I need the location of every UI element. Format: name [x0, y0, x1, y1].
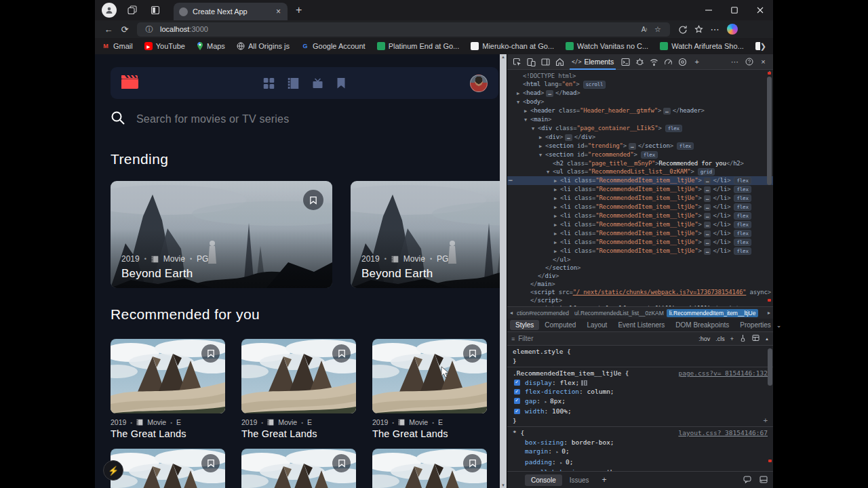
- recommended-card[interactable]: [372, 449, 487, 488]
- back-icon[interactable]: ←: [100, 22, 117, 37]
- console-tab-console[interactable]: Console: [525, 474, 562, 486]
- tab-application-icon[interactable]: [675, 54, 690, 69]
- styles-filter-input[interactable]: Filter: [518, 335, 693, 342]
- nav-movies-icon[interactable]: [288, 78, 299, 89]
- dom-tree-node[interactable]: <div>…</div>: [507, 133, 773, 142]
- rule-source-link[interactable]: layout.css?_38154146:67: [673, 428, 768, 438]
- browser-tab[interactable]: Create Next App ×: [174, 3, 288, 20]
- dom-tree-node[interactable]: <li class="RecommendedItem_item__ltjUe">…: [507, 211, 773, 220]
- bookmark-item[interactable]: MGmail: [102, 42, 133, 50]
- read-aloud-icon[interactable]: A): [637, 22, 651, 37]
- property-checkbox[interactable]: ✓: [514, 398, 520, 404]
- minimize-button[interactable]: [696, 0, 722, 20]
- profile-avatar-icon[interactable]: [100, 1, 118, 19]
- devtools-close-icon[interactable]: ×: [756, 54, 770, 69]
- dom-tree-node[interactable]: </div>: [507, 272, 773, 280]
- dom-tree-node[interactable]: <script src="/_next/static/chunks/webpac…: [507, 288, 773, 296]
- new-rule-icon[interactable]: +: [763, 416, 768, 426]
- dom-tree-node[interactable]: <html lang="en">scroll: [507, 80, 773, 89]
- bookmark-item[interactable]: Maps: [197, 42, 225, 50]
- property-checkbox[interactable]: ✓: [514, 409, 520, 415]
- layout-badge[interactable]: flex: [734, 221, 751, 229]
- devtools-more-icon[interactable]: ⋯: [728, 54, 742, 69]
- layout-badge[interactable]: flex: [734, 186, 751, 194]
- bookmark-button[interactable]: [332, 454, 351, 472]
- layout-badge[interactable]: flex: [734, 177, 751, 185]
- css-property[interactable]: ✓gap: ▸ 8px;: [513, 396, 768, 407]
- dom-tree-scrollbar[interactable]: ▲: [767, 70, 772, 306]
- tab-preview-icon[interactable]: [146, 1, 164, 19]
- layout-badge[interactable]: flex: [677, 142, 694, 150]
- breadcrumb-item[interactable]: ction#recommended: [514, 309, 572, 317]
- tab-elements[interactable]: </> Elements: [567, 54, 618, 70]
- pane-tab-properties[interactable]: Properties: [734, 320, 776, 330]
- dom-tree-node[interactable]: <div class="page_container__LIikS">flex: [507, 124, 773, 133]
- property-checkbox[interactable]: ✓: [514, 380, 520, 386]
- dom-tree-node[interactable]: <li class="RecommendedItem_item__ltjUe">…: [507, 229, 773, 238]
- trending-card[interactable]: 2019• Movie• PG Beyond Earth: [351, 181, 500, 288]
- dom-tree-node[interactable]: </ul>: [507, 256, 773, 264]
- bookmarks-overflow-chevron-icon[interactable]: ❯: [760, 42, 766, 51]
- layout-badge[interactable]: flex: [734, 239, 751, 247]
- page-scrollbar[interactable]: ▲ ▼: [500, 54, 507, 488]
- copilot-icon[interactable]: [727, 24, 738, 35]
- layout-badge[interactable]: flex: [641, 151, 658, 159]
- favorites-bar-icon[interactable]: [690, 22, 707, 37]
- dom-tree-node[interactable]: <body>: [507, 98, 773, 106]
- nav-tv-icon[interactable]: [313, 78, 323, 89]
- dom-tree-node[interactable]: </script>: [507, 296, 773, 304]
- tab-network-icon[interactable]: [647, 54, 661, 69]
- site-info-icon[interactable]: ⓘ: [142, 22, 156, 37]
- bookmark-item[interactable]: GGoogle Account: [301, 42, 366, 50]
- filter-toggle[interactable]: :hov: [698, 336, 710, 342]
- layout-badge[interactable]: scroll: [583, 81, 606, 89]
- dom-tree-node[interactable]: <li class="RecommendedItem_item__ltjUe">…: [507, 220, 773, 229]
- recommended-card[interactable]: 2019• Movie• E The Great Lands: [111, 339, 225, 439]
- css-property[interactable]: box-sizing: border-box;: [513, 438, 768, 447]
- console-add-icon[interactable]: +: [602, 475, 607, 485]
- dom-tree-node[interactable]: <li class="RecommendedItem_item__ltjUe">…: [507, 238, 773, 247]
- dom-tree-node[interactable]: <main>: [507, 115, 773, 124]
- filter-toggle[interactable]: .cls: [715, 336, 725, 342]
- bookmark-button[interactable]: [303, 190, 323, 210]
- dom-tree-node[interactable]: <script>(self.__next_f=self.__next_f||[]…: [507, 304, 773, 307]
- css-property[interactable]: ✓flex-direction: column;: [513, 387, 768, 396]
- recommended-card[interactable]: 2019• Movie• E The Great Lands: [241, 339, 356, 439]
- computed-panel-icon[interactable]: [752, 334, 760, 343]
- console-tab-issues[interactable]: Issues: [564, 474, 595, 486]
- layout-badge[interactable]: grid: [698, 168, 715, 176]
- layout-badge[interactable]: flex: [734, 195, 751, 203]
- dom-tree-node[interactable]: <ul class="RecommendedList_list__0zKAM">…: [507, 167, 773, 176]
- css-property[interactable]: ✓display: flex;: [513, 378, 768, 388]
- pane-tab-computed[interactable]: Computed: [539, 320, 581, 330]
- bookmark-button[interactable]: [332, 344, 351, 363]
- search-bar[interactable]: Search for movies or TV series: [111, 110, 289, 128]
- rule-source-link[interactable]: [762, 347, 768, 357]
- bookmark-item[interactable]: ▶YouTube: [144, 42, 185, 50]
- bookmark-button[interactable]: [201, 344, 220, 363]
- tab-console-icon[interactable]: [618, 54, 633, 69]
- dom-tree-node[interactable]: <section id="recommended">flex: [507, 150, 773, 159]
- nav-bookmarks-icon[interactable]: [337, 78, 346, 89]
- dom-tree-node[interactable]: <li class="RecommendedItem_item__ltjUe">…: [507, 247, 773, 256]
- rule-source-link[interactable]: page.css?v=_8154146:132: [673, 369, 768, 378]
- tab-sources-icon[interactable]: [633, 54, 647, 69]
- dock-side-icon[interactable]: [538, 54, 553, 69]
- browser-essentials-icon[interactable]: [674, 22, 690, 37]
- dom-tree-node[interactable]: <li class="RecommendedItem_item__ltjUe">…: [507, 194, 773, 203]
- bookmark-button[interactable]: [463, 344, 481, 363]
- new-tab-button[interactable]: +: [296, 4, 302, 16]
- tab-close-icon[interactable]: ×: [275, 7, 282, 16]
- css-property[interactable]: ✓width: 100%;: [513, 407, 768, 416]
- dom-tree-node[interactable]: ⋯<li class="RecommendedItem_item__ltjUe"…: [507, 176, 773, 185]
- layout-badge[interactable]: flex: [665, 125, 682, 133]
- layout-badge[interactable]: flex: [734, 212, 751, 220]
- pane-tabs-chevron-icon[interactable]: ⌄: [776, 322, 786, 329]
- close-window-button[interactable]: [747, 0, 773, 20]
- scroll-down-icon[interactable]: ▼: [500, 483, 507, 487]
- bookmark-item[interactable]: Mieruko-chan at Go...: [471, 42, 554, 50]
- dom-tree-node[interactable]: </main>: [507, 280, 773, 288]
- recommended-card[interactable]: [111, 449, 225, 488]
- welcome-home-icon[interactable]: [553, 54, 567, 69]
- pane-tab-dom-breakpoints[interactable]: DOM Breakpoints: [670, 320, 734, 330]
